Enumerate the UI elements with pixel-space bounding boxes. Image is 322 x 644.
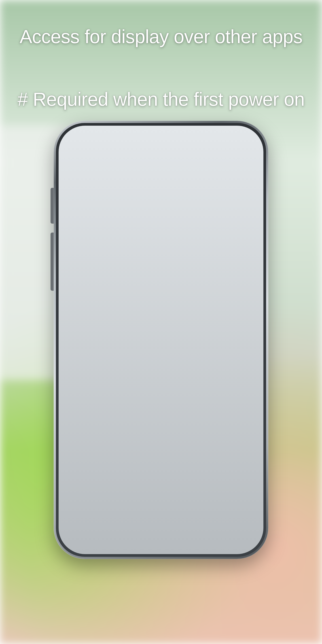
app-row[interactable]: Towsemi 0.8 i [62, 206, 260, 239]
battery-charging-icon [228, 168, 233, 175]
phone-side-button [50, 188, 54, 224]
status-bar-clock: 12:15 [235, 167, 255, 176]
app-version: 0.8 [100, 220, 132, 227]
app-name: Towsemi [100, 209, 132, 218]
phone-front-camera [193, 139, 201, 148]
allow-overlay-switch[interactable] [233, 246, 252, 256]
promo-heading-1: Access for display over other apps [0, 26, 322, 48]
phone-screen: 12:15 Display over other apps Towsemi 0.… [62, 166, 260, 514]
home-button[interactable] [130, 526, 192, 548]
svg-point-3 [74, 213, 90, 222]
recent-apps-icon[interactable] [92, 530, 107, 542]
app-info-button[interactable]: i [243, 214, 252, 222]
cell-signal-icon [219, 168, 226, 175]
app-icon [70, 206, 94, 230]
setting-description: Allow this app to display on top of othe… [62, 262, 246, 294]
svg-point-5 [79, 214, 84, 222]
svg-rect-8 [93, 531, 104, 539]
wifi-icon [208, 168, 217, 175]
svg-point-4 [75, 214, 88, 222]
page-title: Display over other apps [62, 178, 260, 206]
phone-frame: 12:15 Display over other apps Towsemi 0.… [54, 121, 268, 559]
svg-point-0 [70, 170, 72, 172]
phone-sensors [128, 140, 143, 147]
svg-rect-9 [96, 533, 107, 542]
eye-icon [67, 168, 75, 174]
toggle-label: Allow display over other apps [70, 246, 228, 256]
svg-rect-2 [230, 168, 232, 168]
status-bar: 12:15 [62, 166, 260, 178]
phone-earpiece [132, 139, 190, 148]
allow-overlay-toggle-row[interactable]: Allow display over other apps [62, 239, 260, 262]
info-icon: i [247, 215, 249, 221]
svg-point-7 [80, 215, 81, 216]
phone-side-button [50, 232, 54, 291]
promo-heading-2: # Required when the first power on [0, 88, 322, 110]
svg-rect-1 [228, 168, 232, 175]
svg-point-6 [81, 214, 82, 221]
back-icon[interactable] [215, 530, 230, 542]
